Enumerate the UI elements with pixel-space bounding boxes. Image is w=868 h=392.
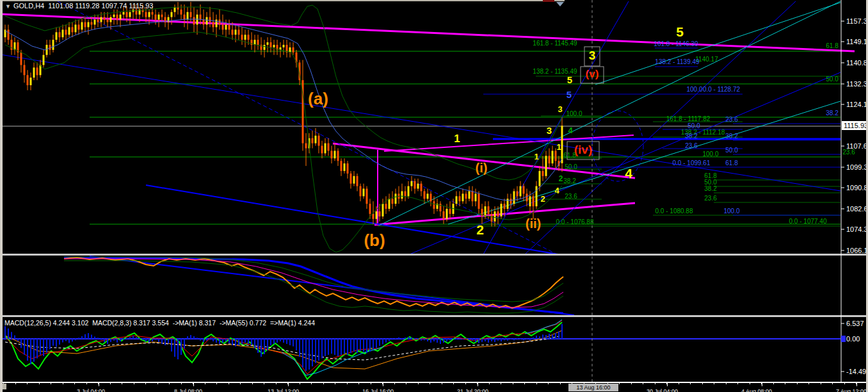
candle-body: [325, 143, 326, 154]
candle-body: [376, 211, 378, 219]
candle-body: [97, 20, 99, 22]
wave-fib-label: 3: [547, 125, 552, 136]
time-axis[interactable]: 3 Jul 04:008 Jul 08:0013 Jul 12:0016 Jul…: [0, 383, 868, 392]
candle-body: [289, 47, 291, 53]
chart-symbol-title: ▼GOLD,H4 1101.08 1119.28 1097.74 1115.93: [5, 2, 153, 10]
minor-tick: [240, 383, 241, 384]
candle-body: [65, 29, 67, 35]
dropdown-arrow-icon[interactable]: ▼: [5, 3, 11, 10]
minor-tick: [134, 383, 134, 384]
minor-tick: [145, 383, 146, 384]
wave-fib-label: 5: [567, 89, 572, 100]
price-label: 1082.64: [846, 205, 868, 213]
wave-fib-label: 2: [540, 194, 545, 204]
chart-shift-icon[interactable]: [556, 2, 564, 6]
candle-body: [117, 15, 118, 20]
candle-body: [462, 193, 464, 201]
candle-body: [344, 163, 346, 171]
current-price-label: 1115.93: [844, 122, 868, 129]
minor-tick: [690, 383, 691, 384]
candle-body: [341, 161, 342, 171]
candle-body: [238, 29, 240, 35]
candle-body: [129, 12, 131, 17]
wave-fib-label: (b): [364, 231, 385, 250]
candle-body: [126, 12, 128, 17]
price-label: 1099.39: [846, 163, 868, 171]
wave-fib-label: 38.2: [826, 110, 839, 117]
osma-env-up: [64, 257, 563, 302]
candle-body: [401, 191, 403, 199]
minor-tick: [406, 383, 406, 384]
candle-body: [27, 75, 29, 85]
candle-body: [81, 22, 83, 30]
trend-line: [595, 3, 840, 85]
major-tick: [99, 383, 99, 386]
macd-value-label: 6.537: [846, 320, 864, 327]
minor-tick: [501, 383, 501, 384]
scroll-strip[interactable]: [0, 0, 565, 1]
candle-body: [91, 22, 93, 25]
candle-body: [203, 20, 205, 25]
symbol-label: GOLD,H4: [13, 2, 44, 10]
price-label: 1124.14: [846, 101, 868, 108]
minor-tick: [643, 383, 643, 384]
candle-body: [542, 171, 544, 176]
candle-body: [350, 174, 352, 184]
candle-body: [158, 15, 160, 20]
wave-fib-label: 23.6: [725, 116, 738, 123]
wave-fib-label: (ii): [526, 216, 541, 231]
price-label: 1149.14: [846, 38, 868, 45]
minor-tick: [702, 383, 703, 384]
minor-tick: [726, 383, 727, 384]
candle-body: [75, 24, 77, 32]
major-tick: [288, 383, 289, 386]
candle-body: [501, 204, 502, 216]
wave-fib-label: 4: [568, 126, 573, 135]
minor-tick: [679, 383, 679, 384]
minor-tick: [394, 383, 395, 384]
time-label: 3 Jul 04:00: [77, 388, 105, 392]
osma-blue-ma: [64, 257, 563, 313]
candle-body: [241, 35, 243, 40]
candle-body: [360, 186, 362, 197]
candle-body: [270, 42, 272, 47]
minor-tick: [300, 383, 300, 384]
minor-tick: [311, 383, 312, 384]
candle-body: [408, 186, 410, 197]
wave-fib-label: 50.0: [826, 76, 839, 83]
candle-body: [369, 204, 371, 214]
candle-body: [168, 17, 170, 22]
candle-body: [488, 206, 490, 214]
minor-tick: [371, 383, 371, 384]
wave-fib-label: 0.0 - 1076.88: [556, 218, 594, 225]
candle-body: [433, 201, 435, 209]
price-label: 1090.89: [846, 184, 868, 192]
wave-fib-label: 50.0: [725, 147, 738, 154]
candle-body: [321, 146, 323, 154]
wave-fib-label: 50.0: [565, 163, 577, 170]
minor-tick: [335, 383, 335, 384]
candle-body: [337, 151, 339, 161]
wave-fib-label: 5: [567, 74, 572, 85]
macd-value-label: -14.497: [846, 368, 868, 375]
wave-fib-label: 0.0 - 1080.88: [655, 208, 693, 215]
macd-indicator-label: MACD(12,26,5) 4.244 3.102 MACD(2,8,3) 8.…: [4, 319, 315, 327]
candle-body: [430, 193, 432, 201]
candle-body: [449, 209, 451, 214]
candle-body: [59, 32, 61, 37]
candle-body: [385, 204, 387, 209]
candle-body: [414, 181, 416, 189]
candle-body: [264, 45, 266, 50]
candle-body: [216, 20, 218, 28]
price-label: 1066.14: [846, 247, 868, 254]
minor-tick: [169, 383, 170, 384]
minor-tick: [323, 383, 324, 384]
candle-body: [20, 53, 22, 65]
minor-tick: [418, 383, 419, 384]
candle-body: [113, 15, 115, 17]
candle-body: [88, 22, 90, 28]
candle-body: [312, 138, 314, 143]
candle-body: [52, 40, 54, 50]
candle-body: [120, 15, 122, 20]
time-label: 16 Jul 16:00: [362, 388, 394, 392]
